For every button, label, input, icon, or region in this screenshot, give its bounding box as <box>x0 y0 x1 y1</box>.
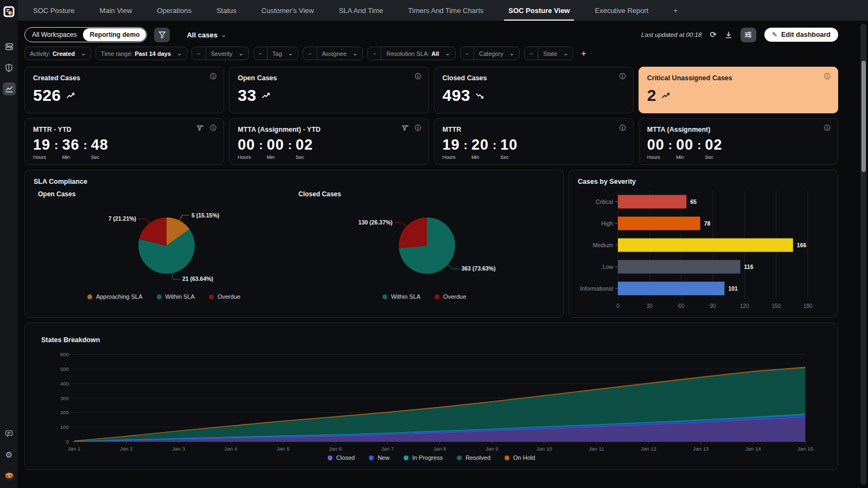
chat-icon[interactable] <box>3 427 16 440</box>
add-filter-button[interactable]: + <box>578 49 589 59</box>
legend-item-resolved[interactable]: Resolved <box>457 454 490 461</box>
timer-card-mtta-assignment[interactable]: MTTA (Assignment)ⓘ00Hours:00Min:02Sec <box>639 118 838 165</box>
legend-item-overdue[interactable]: Overdue <box>209 293 240 300</box>
tab-timers-and-time-charts[interactable]: Timers And Time Charts <box>408 0 483 21</box>
y-tick-label: 600 <box>60 351 69 357</box>
filter-chip-resolution-sla[interactable]: −Resolution SLA:All⌄ <box>367 47 456 60</box>
filter-chip-state[interactable]: −State⌄ <box>524 47 573 60</box>
filter-chip-activity[interactable]: Activity:Created⌄ <box>24 47 91 60</box>
chevron-down-icon: ⌄ <box>563 50 568 56</box>
filter-funnel-button[interactable] <box>154 28 170 42</box>
closed-cases-pie-chart: 363 (73.63%)130 (26.37%) <box>294 198 554 291</box>
legend-item-within-sla[interactable]: Within SLA <box>157 293 195 300</box>
filter-chip-time-range[interactable]: Time range:Past 14 days⌄ <box>95 47 187 60</box>
filter-chip-label: Activity: <box>30 50 50 57</box>
timer-hours-label: Hours <box>443 155 460 160</box>
x-tick-label: Jan 14 <box>745 446 762 452</box>
kpi-card-open-cases[interactable]: Open Casesⓘ33 <box>229 67 429 113</box>
settings-gear-icon[interactable]: ⚙ <box>3 448 16 461</box>
filter-applied-icon[interactable] <box>402 125 409 131</box>
filter-chip-tag[interactable]: −Tag⌄ <box>253 47 298 60</box>
timer-separator: : <box>489 137 500 152</box>
tab-status[interactable]: Status <box>216 0 237 21</box>
cases-scope-label: All cases <box>187 31 217 39</box>
legend-item-closed[interactable]: Closed <box>328 454 355 461</box>
app-window: ⚙ SOC PostureMain ViewOperationsStatusCu… <box>0 0 868 488</box>
scrollbar-thumb[interactable] <box>861 61 866 172</box>
tab-customer-s-view[interactable]: Customer's View <box>261 0 314 21</box>
legend-item-in-progress[interactable]: In Progress <box>404 454 443 461</box>
filter-operator[interactable]: − <box>461 47 474 60</box>
info-icon[interactable]: ⓘ <box>210 125 216 131</box>
filter-operator[interactable]: − <box>303 47 317 60</box>
workflows-icon[interactable] <box>3 40 16 53</box>
x-tick-label: 120 <box>740 303 749 309</box>
tab-sla-and-time[interactable]: SLA And Time <box>339 0 384 21</box>
filter-applied-icon[interactable] <box>197 125 204 131</box>
filter-operator[interactable]: − <box>254 47 267 60</box>
legend-item-within-sla[interactable]: Within SLA <box>382 293 420 300</box>
shield-icon[interactable] <box>3 61 16 74</box>
legend-item-overdue[interactable]: Overdue <box>435 293 466 300</box>
timer-card-mtta-assignment-ytd[interactable]: MTTA (Assignment) - YTDⓘ00Hours:00Min:02… <box>229 118 429 165</box>
add-tab-button[interactable]: + <box>673 0 678 21</box>
analytics-icon[interactable] <box>3 82 16 95</box>
info-icon[interactable]: ⓘ <box>415 73 422 80</box>
legend-item-approaching-sla[interactable]: Approaching SLA <box>87 293 143 300</box>
trend-up-icon <box>66 92 75 99</box>
info-icon[interactable]: ⓘ <box>210 73 216 80</box>
bar-informational[interactable] <box>618 282 724 296</box>
tab-executive-report[interactable]: Executive Report <box>595 0 648 21</box>
tab-main-view[interactable]: Main View <box>100 0 132 21</box>
kpi-card-critical-unassigned-cases[interactable]: Critical Unassigned Casesⓘ2 <box>639 67 838 113</box>
kpi-card-closed-cases[interactable]: Closed Casesⓘ493 <box>434 67 634 113</box>
filter-operator[interactable]: − <box>368 47 381 60</box>
legend-dot <box>435 294 439 299</box>
info-icon[interactable]: ⓘ <box>415 125 422 131</box>
workspace-option-all-workspaces[interactable]: All Workspaces <box>25 28 83 41</box>
timer-sec-group: 48Sec <box>91 137 108 160</box>
states-breakdown-title: States Breakdown <box>41 336 829 344</box>
open-cases-pie-legend: Approaching SLAWithin SLAOverdue <box>34 291 294 301</box>
filter-chip-category[interactable]: −Category⌄ <box>460 47 520 60</box>
app-logo[interactable] <box>3 5 16 18</box>
tab-soc-posture-view[interactable]: SOC Posture View <box>508 0 570 21</box>
bar-critical[interactable] <box>618 195 686 209</box>
info-icon[interactable]: ⓘ <box>824 125 831 131</box>
legend-item-new[interactable]: New <box>369 454 390 461</box>
info-icon[interactable]: ⓘ <box>824 73 831 80</box>
bar-high[interactable] <box>618 217 700 230</box>
bar-category-label: Informational <box>580 285 613 292</box>
kpi-card-row: Created Casesⓘ526Open Casesⓘ33Closed Cas… <box>24 67 838 113</box>
bar-low[interactable] <box>618 260 741 274</box>
download-icon[interactable] <box>725 31 732 38</box>
user-avatar[interactable] <box>3 470 16 483</box>
refresh-icon[interactable]: ⟳ <box>710 30 717 40</box>
pie-slice-overdue[interactable] <box>399 217 427 248</box>
filter-chip-body: Resolution SLA:All⌄ <box>381 47 455 60</box>
cases-scope-dropdown[interactable]: All cases ⌄ <box>187 31 226 39</box>
vertical-scrollbar[interactable] <box>860 24 866 485</box>
y-tick-label: 0 <box>66 439 69 445</box>
bar-medium[interactable] <box>618 239 793 252</box>
tab-operations[interactable]: Operations <box>157 0 192 21</box>
kpi-value: 493 <box>443 86 471 105</box>
display-settings-button[interactable] <box>741 28 756 42</box>
edit-dashboard-button[interactable]: ✎ Edit dashboard <box>764 28 838 42</box>
filter-operator[interactable]: − <box>192 47 206 60</box>
filter-chip-severity[interactable]: −Severity⌄ <box>192 47 248 60</box>
kpi-card-created-cases[interactable]: Created Casesⓘ526 <box>24 67 224 113</box>
tab-soc-posture[interactable]: SOC Posture <box>33 0 75 21</box>
filter-operator[interactable]: − <box>525 47 538 60</box>
filter-chip-assignee[interactable]: −Assignee⌄ <box>303 47 363 60</box>
timer-sec-value: 48 <box>91 137 108 153</box>
legend-item-on-hold[interactable]: On Hold <box>505 454 535 461</box>
workspace-option-reporting-demo[interactable]: Reporting demo <box>83 28 146 41</box>
x-tick-label: 150 <box>771 303 781 309</box>
timer-card-mttr[interactable]: MTTRⓘ19Hours:20Min:10Sec <box>434 118 634 165</box>
timer-min-group: 20Min <box>471 137 489 160</box>
timer-card-mttr-ytd[interactable]: MTTR - YTDⓘ19Hours:36Min:48Sec <box>24 118 224 165</box>
info-icon[interactable]: ⓘ <box>620 125 626 131</box>
timer-hours-group: 19Hours <box>33 137 50 160</box>
info-icon[interactable]: ⓘ <box>620 73 626 80</box>
